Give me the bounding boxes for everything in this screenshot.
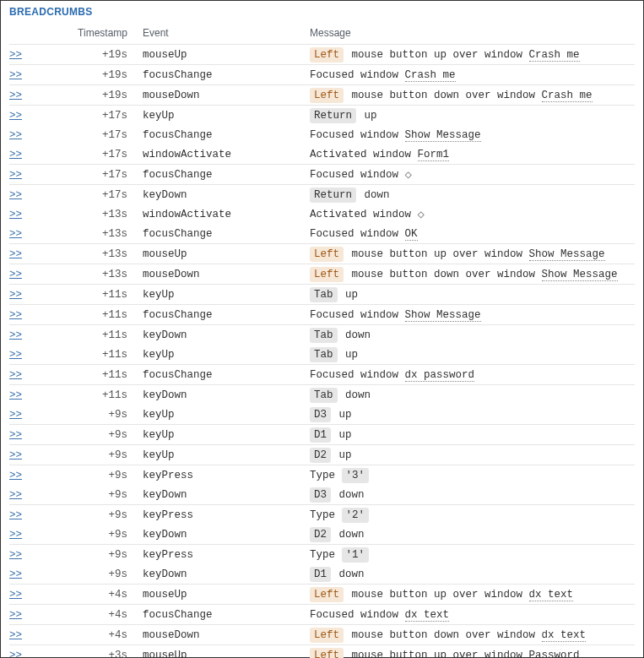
mouse-button-badge: Left xyxy=(310,587,344,602)
row-link[interactable]: >> xyxy=(9,329,22,341)
message-text: down xyxy=(333,529,365,541)
row-link[interactable]: >> xyxy=(9,650,22,659)
timestamp-cell: +9s xyxy=(45,567,143,582)
message-cell: Type '1' xyxy=(310,547,635,563)
row-link[interactable]: >> xyxy=(9,589,22,601)
row-link[interactable]: >> xyxy=(9,509,22,521)
event-cell: mouseUp xyxy=(143,587,310,602)
row-link[interactable]: >> xyxy=(9,349,22,361)
row-link[interactable]: >> xyxy=(9,389,22,401)
message-cell: D3 up xyxy=(310,407,635,422)
window-name: dx password xyxy=(405,369,475,382)
table-row: >>+9skeyDownD1 down xyxy=(9,564,635,584)
message-text: mouse button up over window xyxy=(345,248,529,260)
table-row: >>+19smouseUpLeft mouse button up over w… xyxy=(9,44,635,64)
timestamp-cell: +4s xyxy=(45,587,143,602)
key-badge: Tab xyxy=(310,388,338,403)
timestamp-cell: +13s xyxy=(45,226,143,242)
timestamp-cell: +17s xyxy=(45,128,143,143)
row-link[interactable]: >> xyxy=(9,609,22,621)
message-text: down xyxy=(339,389,371,401)
row-link[interactable]: >> xyxy=(9,489,22,501)
event-cell: mouseDown xyxy=(143,88,310,103)
row-link[interactable]: >> xyxy=(9,69,22,81)
window-name: dx text xyxy=(405,609,450,622)
row-link[interactable]: >> xyxy=(9,189,22,201)
window-name: Show Message xyxy=(405,129,481,142)
row-link[interactable]: >> xyxy=(9,209,22,220)
window-name: Show Message xyxy=(542,269,618,281)
mouse-button-badge: Left xyxy=(310,247,344,262)
row-link[interactable]: >> xyxy=(9,529,22,541)
row-link[interactable]: >> xyxy=(9,90,22,101)
table-row: >>+11skeyDownTab down xyxy=(9,384,635,405)
event-cell: keyUp xyxy=(143,287,310,302)
row-link[interactable]: >> xyxy=(9,129,22,141)
timestamp-cell: +9s xyxy=(45,487,143,503)
table-row: >>+13sfocusChangeFocused window OK xyxy=(9,224,635,243)
row-link[interactable]: >> xyxy=(9,228,22,240)
event-cell: focusChange xyxy=(143,167,310,182)
window-name: Show Message xyxy=(529,248,605,261)
event-cell: focusChange xyxy=(143,226,310,242)
row-link[interactable]: >> xyxy=(9,49,22,61)
key-badge: D1 xyxy=(310,567,331,582)
key-badge: '3' xyxy=(342,468,370,483)
message-text: Focused window xyxy=(310,309,405,321)
event-cell: keyDown xyxy=(143,388,310,403)
key-badge: D3 xyxy=(310,487,331,503)
row-link[interactable]: >> xyxy=(9,248,22,260)
timestamp-cell: +11s xyxy=(45,367,143,383)
message-text: down xyxy=(333,568,365,580)
row-link[interactable]: >> xyxy=(9,309,22,321)
row-link[interactable]: >> xyxy=(9,409,22,421)
key-badge: '1' xyxy=(342,547,370,563)
key-badge: Return xyxy=(310,188,356,203)
row-link[interactable]: >> xyxy=(9,369,22,381)
message-text: Type xyxy=(310,549,342,561)
key-badge: D3 xyxy=(310,407,331,422)
key-badge: D2 xyxy=(310,527,331,542)
message-cell: Focused window Show Message xyxy=(310,128,635,143)
table-row: >>+9skeyDownD3 down xyxy=(9,485,635,504)
table-row: >>+11skeyDownTab down xyxy=(9,324,635,345)
message-cell: D2 up xyxy=(310,448,635,463)
timestamp-cell: +19s xyxy=(45,47,143,63)
message-cell: Focused window dx password xyxy=(310,367,635,383)
message-text: Focused window xyxy=(310,129,405,141)
col-header-timestamp: Timestamp xyxy=(45,27,143,39)
row-link[interactable]: >> xyxy=(9,269,22,280)
mouse-button-badge: Left xyxy=(310,267,344,282)
key-badge: Return xyxy=(310,108,356,123)
message-text: Activated window xyxy=(310,149,418,160)
message-text: down xyxy=(358,189,390,201)
mouse-button-badge: Left xyxy=(310,88,344,103)
row-link[interactable]: >> xyxy=(9,110,22,122)
row-link[interactable]: >> xyxy=(9,549,22,561)
breadcrumb-rows: >>+19smouseUpLeft mouse button up over w… xyxy=(9,44,635,658)
row-link[interactable]: >> xyxy=(9,169,22,181)
row-link[interactable]: >> xyxy=(9,568,22,580)
row-link[interactable]: >> xyxy=(9,429,22,441)
table-row: >>+9skeyPressType '3' xyxy=(9,465,635,485)
row-link[interactable]: >> xyxy=(9,470,22,481)
row-link[interactable]: >> xyxy=(9,449,22,461)
window-name: Show Message xyxy=(405,309,481,322)
table-header: Timestamp Event Message xyxy=(9,24,635,44)
message-cell: Activated window ◇ xyxy=(310,207,635,222)
table-row: >>+4smouseDownLeft mouse button down ove… xyxy=(9,624,635,644)
timestamp-cell: +4s xyxy=(45,607,143,623)
message-cell: Tab up xyxy=(310,347,635,362)
timestamp-cell: +17s xyxy=(45,108,143,123)
table-row: >>+17sfocusChangeFocused window Show Mes… xyxy=(9,125,635,144)
window-name: Crash me xyxy=(542,90,593,102)
event-cell: keyUp xyxy=(143,347,310,362)
mouse-button-badge: Left xyxy=(310,648,344,659)
table-row: >>+11sfocusChangeFocused window Show Mes… xyxy=(9,304,635,324)
row-link[interactable]: >> xyxy=(9,289,22,301)
row-link[interactable]: >> xyxy=(9,149,22,160)
table-row: >>+17skeyDownReturn down xyxy=(9,184,635,204)
row-link[interactable]: >> xyxy=(9,629,22,641)
event-cell: keyDown xyxy=(143,567,310,582)
key-badge: D1 xyxy=(310,427,331,443)
